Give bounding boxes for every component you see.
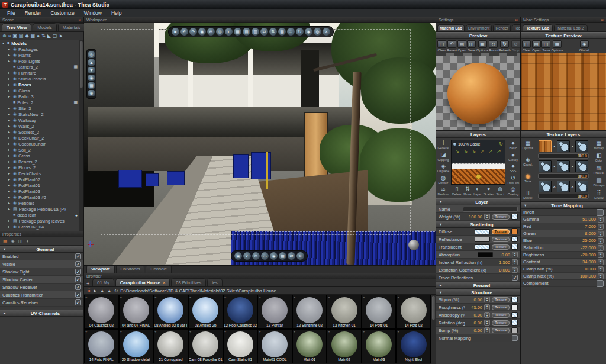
properties-mode-icon[interactable]: ◫ [18,239,23,244]
spinner[interactable]: ▴▾ [598,224,604,230]
expand-arrow-icon[interactable]: ► [8,142,11,146]
sky-thumbnail[interactable]: 12 Pool Caustics 02 [223,295,258,329]
layer-action-icon[interactable]: ◍ Struct [496,186,504,196]
sky-thumbnail[interactable]: Cam 08 Forsythe 01 [188,329,223,363]
spinner[interactable]: ▴▾ [598,217,604,223]
tree-item[interactable]: ► ◉ Pool Lights [0,58,79,64]
spinner[interactable]: ▴▾ [598,259,604,265]
texture-tool-button[interactable]: ▤ Open [532,40,541,52]
scene-tab[interactable]: Materials [58,23,85,31]
settings-tab[interactable]: Material Lab [437,24,465,31]
path-tool-icon[interactable]: ▲ [100,288,105,294]
close-icon[interactable]: × [601,18,604,22]
tree-item[interactable]: ► ◉ Doors [0,82,79,88]
expand-arrow-icon[interactable]: ► [8,172,11,175]
reflectance-color-swatch[interactable] [475,237,490,242]
texture-tool-button[interactable]: ▢ Clear [522,40,531,52]
diffuse-color-swatch[interactable] [475,229,490,234]
preview-tool-button[interactable]: ◇ Room [489,40,498,52]
rotation-texture-chip[interactable] [511,320,518,326]
viewport-tool-icon[interactable]: ⇄ [260,28,268,36]
close-icon[interactable]: × [515,18,518,22]
translucent-texture-button[interactable]: Texture [492,244,510,250]
scene-tool-icon[interactable]: × [8,33,11,38]
close-tab-icon[interactable]: × [163,280,166,285]
texture-slot[interactable] [539,140,552,152]
spinner[interactable]: ▴▾ [598,238,604,244]
scene-tool-icon[interactable]: ◣ [47,33,51,38]
tree-item[interactable]: ► ◉ Sockets_2 [0,129,79,135]
viewport-3d[interactable]: ✛ ►↶↷◉⊕◎◐▦▤▥⇄⇅▩∴↻◈◍× ▣◐⊕▭◉▦⇄× ◎▲▼◉▦⊕ [84,23,436,266]
roughness-texture-button[interactable]: Texture [492,305,510,310]
viewport-tool-icon[interactable]: ▼ [88,67,95,73]
global-button[interactable]: ◈ Global [564,40,605,52]
tree-item[interactable]: ► ◉ Walls_2 [0,123,79,129]
viewport-tool-icon[interactable]: × [296,252,304,260]
more-settings-tab[interactable]: Material Lab 2 [554,24,587,31]
layer-type-icon[interactable]: ● Glossy [508,152,518,162]
path-tool-icon[interactable]: ⠿ [87,288,91,294]
viewport-tool-icon[interactable]: ▭ [261,252,269,260]
texture-layers-tool-icon[interactable]: ◉ Tone [524,173,531,183]
uv-channels-header[interactable]: ► UV Channels [0,310,83,317]
scene-tool-icon[interactable]: ▤ [19,33,24,38]
scene-tool-icon[interactable]: ▦ [31,33,36,38]
tree-item[interactable]: ► ◉ DeckChairs [0,170,79,176]
reflectance-texture-button[interactable]: Texture [492,237,510,242]
preview-section-header[interactable]: Preview [436,32,520,39]
tree-item[interactable]: ► ◉ StairsNew_2 [0,111,79,117]
tree-item[interactable]: ► ◉ PotPlant02 [0,176,79,182]
sky-thumbnail[interactable]: Main01 [292,329,327,363]
viewport-tool-icon[interactable]: ◐ [225,28,233,36]
texture-slot[interactable] [539,160,552,172]
checkbox[interactable]: ✓ [75,292,81,298]
texture-slot[interactable] [557,181,570,192]
viewport-tool-icon[interactable]: ◉ [88,75,95,81]
path-tool-icon[interactable]: ▲ [107,288,112,294]
menu-item[interactable]: File [2,10,20,16]
viewport-tool-icon[interactable]: ⊕ [252,252,260,260]
tree-item[interactable]: ► ◉ Site_3 [0,105,79,111]
viewport-tool-icon[interactable]: ▩ [278,28,286,36]
viewport-tool-icon[interactable]: ◉ [198,28,206,36]
viewport-tool-icon[interactable]: ▤ [243,28,250,36]
expand-arrow-icon[interactable]: ► [8,148,11,152]
texture-weight-slider[interactable]: 100.0 [538,173,589,179]
layer-component-icon[interactable]: ◍ Emitter [439,175,449,185]
structure-section-header[interactable]: ▼ Structure [436,289,520,296]
viewport-tool-icon[interactable]: ◍ [314,28,321,36]
sky-thumbnail[interactable]: 20 Shadow detail [119,329,154,363]
viewport-tool-icon[interactable]: ◈ [305,28,312,36]
close-icon[interactable]: × [78,18,81,22]
tree-item[interactable]: ► ◉ Pebbles [0,200,79,206]
sky-thumbnail[interactable]: Night Shot [396,329,431,363]
viewport-tool-icon[interactable]: ◉ [270,252,278,260]
tree-item[interactable]: ► ◉ Glass [0,88,79,94]
spinner[interactable]: ▴▾ [512,252,518,257]
preview-tool-button[interactable]: ↶ Revert [447,40,457,52]
texture-slot[interactable] [575,160,588,172]
tone-mapping-header[interactable]: ▼ Tone Mapping [521,202,606,209]
preview-tool-button[interactable]: ▤ Open [457,40,466,52]
expand-arrow-icon[interactable]: ► [8,53,11,57]
sky-thumbnail[interactable]: 12 Portrait [257,295,292,329]
checkbox[interactable]: ✓ [75,253,81,259]
layer-component-icon[interactable]: ≋ Medium [438,186,449,196]
tree-item[interactable]: ► ▤ Package Pebble01a (Pk [0,206,79,212]
viewport-tool-icon[interactable]: ◐ [243,252,251,260]
checkbox[interactable] [512,335,518,341]
properties-mode-icon[interactable]: ▦ [3,239,8,244]
texture-weight-slider[interactable]: 100.0 [538,194,589,199]
layer-action-icon[interactable]: ⇅ Move [463,186,471,196]
scene-tool-icon[interactable]: ⇅ [41,33,46,38]
sky-thumbnail[interactable]: 21 Corrugated [153,329,188,363]
layer-section-header[interactable]: ▼ Layer [436,198,520,205]
spinner[interactable]: ▴▾ [484,312,490,318]
menu-item[interactable]: Help [107,10,126,16]
texture-slot[interactable] [575,181,588,192]
tree-item[interactable]: ► ◉ Grass 02_04 [0,224,79,230]
checkbox[interactable]: ✓ [75,276,81,282]
refresh-icon[interactable]: ↻ [499,141,503,147]
spinner[interactable]: ▴▾ [598,231,604,237]
expand-arrow-icon[interactable]: ► [8,47,11,51]
